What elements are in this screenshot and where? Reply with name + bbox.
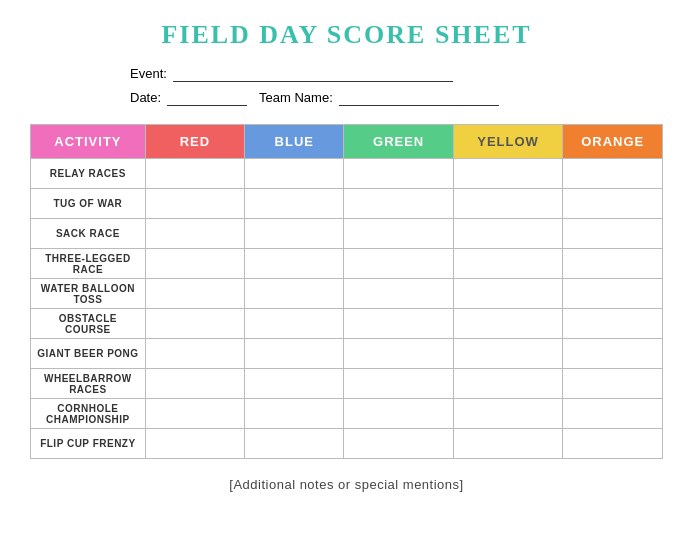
score-input-red-4[interactable] bbox=[146, 279, 244, 308]
score-cell-orange[interactable] bbox=[563, 249, 663, 279]
score-cell-orange[interactable] bbox=[563, 399, 663, 429]
score-cell-red[interactable] bbox=[145, 429, 244, 459]
score-cell-yellow[interactable] bbox=[453, 159, 563, 189]
event-input[interactable] bbox=[173, 64, 453, 82]
score-cell-green[interactable] bbox=[344, 369, 453, 399]
score-input-orange-6[interactable] bbox=[563, 339, 662, 368]
score-cell-blue[interactable] bbox=[245, 399, 344, 429]
score-input-green-7[interactable] bbox=[344, 369, 452, 398]
score-cell-blue[interactable] bbox=[245, 219, 344, 249]
score-input-orange-4[interactable] bbox=[563, 279, 662, 308]
score-cell-blue[interactable] bbox=[245, 309, 344, 339]
score-input-yellow-2[interactable] bbox=[454, 219, 563, 248]
team-name-input[interactable] bbox=[339, 88, 499, 106]
score-cell-blue[interactable] bbox=[245, 249, 344, 279]
score-cell-yellow[interactable] bbox=[453, 429, 563, 459]
score-input-blue-1[interactable] bbox=[245, 189, 343, 218]
score-cell-orange[interactable] bbox=[563, 339, 663, 369]
score-cell-red[interactable] bbox=[145, 339, 244, 369]
score-cell-green[interactable] bbox=[344, 279, 453, 309]
score-input-blue-5[interactable] bbox=[245, 309, 343, 338]
score-cell-green[interactable] bbox=[344, 339, 453, 369]
score-cell-blue[interactable] bbox=[245, 429, 344, 459]
score-input-yellow-5[interactable] bbox=[454, 309, 563, 338]
score-cell-yellow[interactable] bbox=[453, 249, 563, 279]
score-input-green-8[interactable] bbox=[344, 399, 452, 428]
score-cell-red[interactable] bbox=[145, 189, 244, 219]
score-cell-blue[interactable] bbox=[245, 279, 344, 309]
score-cell-orange[interactable] bbox=[563, 159, 663, 189]
score-input-blue-9[interactable] bbox=[245, 429, 343, 458]
score-cell-red[interactable] bbox=[145, 279, 244, 309]
score-input-orange-0[interactable] bbox=[563, 159, 662, 188]
score-cell-red[interactable] bbox=[145, 159, 244, 189]
score-input-red-6[interactable] bbox=[146, 339, 244, 368]
score-cell-yellow[interactable] bbox=[453, 219, 563, 249]
score-input-blue-6[interactable] bbox=[245, 339, 343, 368]
score-input-orange-2[interactable] bbox=[563, 219, 662, 248]
score-input-orange-5[interactable] bbox=[563, 309, 662, 338]
score-cell-green[interactable] bbox=[344, 399, 453, 429]
score-input-yellow-9[interactable] bbox=[454, 429, 563, 458]
score-cell-blue[interactable] bbox=[245, 339, 344, 369]
score-cell-blue[interactable] bbox=[245, 189, 344, 219]
score-input-orange-1[interactable] bbox=[563, 189, 662, 218]
score-cell-blue[interactable] bbox=[245, 369, 344, 399]
score-cell-orange[interactable] bbox=[563, 429, 663, 459]
score-cell-green[interactable] bbox=[344, 429, 453, 459]
score-cell-blue[interactable] bbox=[245, 159, 344, 189]
score-cell-yellow[interactable] bbox=[453, 309, 563, 339]
score-input-blue-4[interactable] bbox=[245, 279, 343, 308]
score-input-green-9[interactable] bbox=[344, 429, 452, 458]
score-input-yellow-7[interactable] bbox=[454, 369, 563, 398]
score-cell-yellow[interactable] bbox=[453, 279, 563, 309]
score-input-green-5[interactable] bbox=[344, 309, 452, 338]
score-cell-green[interactable] bbox=[344, 219, 453, 249]
score-cell-orange[interactable] bbox=[563, 189, 663, 219]
score-cell-red[interactable] bbox=[145, 369, 244, 399]
score-input-blue-2[interactable] bbox=[245, 219, 343, 248]
score-input-green-6[interactable] bbox=[344, 339, 452, 368]
score-input-green-1[interactable] bbox=[344, 189, 452, 218]
score-cell-yellow[interactable] bbox=[453, 339, 563, 369]
score-cell-orange[interactable] bbox=[563, 219, 663, 249]
score-input-blue-7[interactable] bbox=[245, 369, 343, 398]
score-cell-red[interactable] bbox=[145, 249, 244, 279]
score-input-green-2[interactable] bbox=[344, 219, 452, 248]
score-input-yellow-3[interactable] bbox=[454, 249, 563, 278]
score-input-red-8[interactable] bbox=[146, 399, 244, 428]
score-cell-orange[interactable] bbox=[563, 369, 663, 399]
score-input-red-3[interactable] bbox=[146, 249, 244, 278]
score-cell-orange[interactable] bbox=[563, 309, 663, 339]
score-cell-yellow[interactable] bbox=[453, 189, 563, 219]
score-input-yellow-1[interactable] bbox=[454, 189, 563, 218]
score-input-yellow-4[interactable] bbox=[454, 279, 563, 308]
score-input-red-7[interactable] bbox=[146, 369, 244, 398]
score-input-red-1[interactable] bbox=[146, 189, 244, 218]
score-input-red-9[interactable] bbox=[146, 429, 244, 458]
score-input-yellow-6[interactable] bbox=[454, 339, 563, 368]
score-input-orange-3[interactable] bbox=[563, 249, 662, 278]
score-cell-orange[interactable] bbox=[563, 279, 663, 309]
score-input-red-5[interactable] bbox=[146, 309, 244, 338]
score-cell-green[interactable] bbox=[344, 189, 453, 219]
score-input-orange-9[interactable] bbox=[563, 429, 662, 458]
score-input-red-2[interactable] bbox=[146, 219, 244, 248]
score-cell-yellow[interactable] bbox=[453, 369, 563, 399]
score-input-orange-8[interactable] bbox=[563, 399, 662, 428]
score-input-green-3[interactable] bbox=[344, 249, 452, 278]
score-input-yellow-8[interactable] bbox=[454, 399, 563, 428]
score-input-orange-7[interactable] bbox=[563, 369, 662, 398]
score-input-blue-3[interactable] bbox=[245, 249, 343, 278]
score-cell-red[interactable] bbox=[145, 399, 244, 429]
score-cell-green[interactable] bbox=[344, 309, 453, 339]
score-input-blue-8[interactable] bbox=[245, 399, 343, 428]
score-cell-red[interactable] bbox=[145, 309, 244, 339]
score-cell-green[interactable] bbox=[344, 159, 453, 189]
score-cell-red[interactable] bbox=[145, 219, 244, 249]
score-cell-yellow[interactable] bbox=[453, 399, 563, 429]
score-input-yellow-0[interactable] bbox=[454, 159, 563, 188]
score-input-green-4[interactable] bbox=[344, 279, 452, 308]
date-input[interactable] bbox=[167, 88, 247, 106]
score-input-blue-0[interactable] bbox=[245, 159, 343, 188]
